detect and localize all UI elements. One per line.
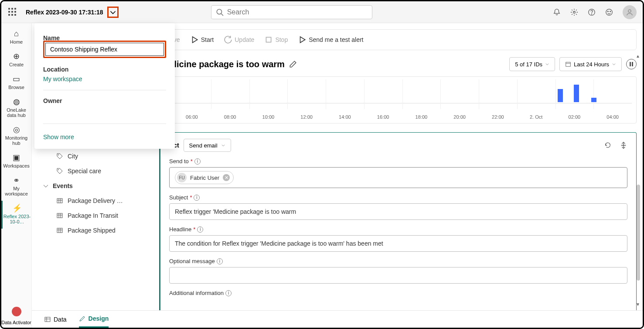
document-title: Reflex 2023-09-30 17:31:18 [26, 9, 103, 16]
svg-point-2 [573, 11, 576, 13]
act-card: Act Send email Send to*i FU Fabric User … [159, 132, 637, 328]
svg-point-8 [628, 10, 631, 12]
calendar-icon [565, 61, 571, 67]
owner-label: Owner [43, 97, 166, 104]
stop-icon [265, 36, 273, 44]
action-type-dropdown[interactable]: Send email [184, 139, 231, 152]
svg-point-0 [217, 9, 221, 14]
undo-icon[interactable] [604, 141, 612, 149]
info-icon[interactable]: i [225, 290, 232, 296]
additional-info-label: Additional informationi [169, 290, 627, 296]
rename-popover: Name Location My workspace Owner Show mo… [34, 23, 175, 149]
svg-rect-31 [632, 62, 633, 66]
name-dropdown-toggle[interactable] [107, 7, 119, 18]
svg-rect-28 [566, 62, 571, 67]
send-to-label: Send to*i [169, 158, 627, 164]
svg-marker-11 [192, 37, 197, 43]
rail-onelake[interactable]: ◍OneLake data hub [1, 94, 31, 122]
rail-workspaces[interactable]: ▣Workspaces [1, 150, 31, 173]
account-avatar[interactable] [623, 5, 637, 19]
send-to-input[interactable]: FU Fabric User ✕ [169, 167, 627, 188]
time-range-dropdown[interactable]: Last 24 Hours [559, 57, 622, 71]
activity-chart: 0 06:0008:0010:0012:0014:0016:0018:0020:… [159, 76, 637, 123]
chevron-down-icon [42, 182, 49, 189]
start-button[interactable]: Start [191, 36, 214, 44]
top-right-icons [553, 5, 637, 19]
svg-line-1 [221, 14, 223, 16]
trigger-title: Medicine package is too warm [159, 59, 285, 69]
headline-input[interactable]: The condition for Reflex trigger 'Medici… [169, 235, 627, 252]
help-icon[interactable] [588, 8, 596, 16]
table-icon [56, 227, 63, 234]
refresh-icon [224, 36, 232, 44]
settings-icon[interactable] [570, 8, 578, 16]
left-navigation-rail: ⌂Home ⊕Create ▭Browse ◍OneLake data hub … [1, 23, 32, 328]
svg-rect-24 [57, 228, 62, 233]
x-axis-ticks: 06:0008:0010:0012:0014:0016:0018:0020:00… [173, 114, 632, 120]
optional-message-label: Optional messagei [169, 258, 627, 264]
svg-marker-13 [300, 37, 305, 43]
svg-rect-30 [630, 62, 631, 66]
recipient-avatar: FU [177, 173, 187, 182]
bottom-tabs: Data Design [32, 310, 643, 328]
app-launcher-icon[interactable] [7, 7, 18, 17]
svg-point-4 [591, 14, 592, 14]
feedback-icon[interactable] [605, 8, 613, 16]
pen-icon [79, 315, 86, 322]
subject-label: Subject*i [169, 194, 627, 201]
svg-rect-12 [266, 37, 271, 42]
recipient-name: Fabric User [190, 175, 219, 181]
adjust-icon[interactable] [620, 141, 627, 149]
test-alert-button[interactable]: Send me a test alert [298, 36, 363, 44]
events-section[interactable]: Events [38, 178, 156, 193]
event-item[interactable]: Package Shipped [38, 223, 156, 238]
rail-reflex-item[interactable]: ⚡Reflex 2023-10-0… [1, 201, 31, 229]
svg-rect-34 [45, 317, 50, 322]
info-icon[interactable]: i [217, 258, 223, 264]
tab-design[interactable]: Design [79, 311, 109, 328]
play-icon [191, 36, 198, 44]
property-item[interactable]: City [38, 149, 156, 164]
rail-data-activator[interactable]: Data Activator [1, 307, 31, 328]
table-icon [56, 212, 63, 219]
tag-icon [56, 153, 63, 160]
rail-create[interactable]: ⊕Create [1, 49, 31, 72]
vertical-scrollbar[interactable]: ▲ ▼ [635, 54, 641, 307]
location-label: Location [43, 66, 166, 73]
remove-recipient-icon[interactable]: ✕ [223, 174, 230, 181]
reflex-name-input[interactable] [45, 43, 164, 56]
event-item[interactable]: Package In Transit [38, 208, 156, 223]
rail-browse[interactable]: ▭Browse [1, 72, 31, 94]
location-link[interactable]: My workspace [43, 75, 82, 82]
edit-icon[interactable] [289, 60, 297, 68]
main-panel: Medicine package is too warm 5 of 17 IDs… [159, 55, 637, 328]
optional-message-input[interactable] [169, 267, 627, 284]
info-icon[interactable]: i [194, 195, 200, 201]
table-icon [56, 197, 63, 204]
stop-button: Stop [265, 36, 288, 44]
id-filter-dropdown[interactable]: 5 of 17 IDs [509, 57, 555, 71]
property-item[interactable]: Special care [38, 164, 156, 178]
svg-point-5 [606, 9, 612, 15]
tab-data[interactable]: Data [44, 311, 67, 328]
search-input[interactable]: Search [211, 5, 372, 19]
svg-point-14 [58, 154, 59, 155]
subject-input[interactable]: Reflex trigger 'Medicine package is too … [169, 203, 627, 220]
recipient-chip: FU Fabric User ✕ [175, 171, 234, 184]
play-outline-icon [298, 36, 306, 44]
search-icon [216, 8, 224, 16]
info-icon[interactable]: i [194, 158, 201, 164]
svg-point-7 [610, 11, 611, 12]
event-item[interactable]: Package Delivery … [38, 193, 156, 208]
data-activator-icon [12, 307, 21, 316]
main-header: Medicine package is too warm 5 of 17 IDs… [159, 55, 637, 74]
rail-home[interactable]: ⌂Home [1, 27, 31, 49]
name-field-highlight [43, 41, 166, 58]
svg-rect-16 [57, 199, 62, 203]
rail-my-workspace[interactable]: ⚭My workspace [1, 173, 31, 201]
rail-monitoring[interactable]: ◎Monitoring hub [1, 122, 31, 150]
info-icon[interactable]: i [197, 226, 203, 233]
update-button: Update [224, 36, 254, 44]
notifications-icon[interactable] [553, 8, 561, 16]
show-more-link[interactable]: Show more [43, 134, 74, 141]
